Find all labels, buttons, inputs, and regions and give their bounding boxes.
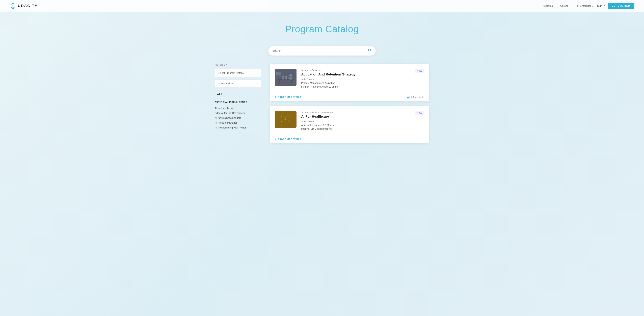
- search-button[interactable]: [368, 48, 372, 53]
- nav-links: Programs Career For Enterprise: [542, 4, 593, 7]
- ai-category-title: ARTIFICIAL INTELLIGENCE: [215, 101, 262, 103]
- svg-rect-4: [280, 80, 280, 83]
- search-input[interactable]: [272, 49, 368, 52]
- card-top-activation: School of Business Activation And Retent…: [275, 69, 424, 93]
- nav-enterprise[interactable]: For Enterprise: [576, 4, 593, 7]
- page-title: Program Catalog: [3, 24, 641, 34]
- signin-link[interactable]: Sign In: [597, 4, 605, 7]
- search-container: [0, 46, 644, 56]
- industry-skills-label: Industry Skills: [218, 82, 234, 85]
- svg-point-6: [290, 74, 292, 76]
- active-indicator: [215, 92, 215, 97]
- sidebar-item-ai-product-manager[interactable]: AI Product Manager: [215, 120, 262, 125]
- business-scene-svg: [275, 69, 296, 86]
- logo-text: UDACITY: [18, 4, 38, 8]
- program-details-button-ai-healthcare[interactable]: + PROGRAM DETAILS: [275, 138, 301, 141]
- new-badge-activation: NEW: [415, 69, 424, 73]
- skills-label-ai-healthcare: Skills Covered: [301, 120, 410, 122]
- svg-rect-5: [291, 80, 292, 83]
- card-skills-activation: Product Management, ActivationFunnels, R…: [301, 81, 410, 89]
- svg-rect-13: [285, 78, 287, 80]
- filter-label: FILTER BY: [215, 64, 262, 66]
- card-top-ai-healthcare: School of Artificial Intelligence AI For…: [275, 111, 424, 135]
- level-icon: [407, 96, 410, 98]
- svg-rect-7: [290, 77, 292, 80]
- card-info-activation: School of Business Activation And Retent…: [301, 69, 410, 89]
- level-text-activation: Intermediate: [411, 96, 424, 98]
- level-indicator-activation: Intermediate: [407, 96, 424, 98]
- card-footer-ai-healthcare: + PROGRAM DETAILS: [275, 135, 424, 144]
- skills-label-activation: Skills Covered: [301, 78, 410, 80]
- card-school-ai-healthcare: School of Artificial Intelligence: [301, 111, 410, 114]
- chevron-down-icon: ▾: [258, 82, 258, 85]
- main-layout: FILTER BY Select Program Details ▾ Indus…: [204, 64, 440, 158]
- svg-rect-11: [282, 78, 284, 80]
- svg-rect-15: [407, 97, 408, 98]
- content-area: School of Business Activation And Retent…: [270, 64, 429, 148]
- card-image-ai-healthcare: [275, 111, 296, 128]
- search-box: [268, 46, 376, 56]
- svg-point-12: [285, 76, 287, 78]
- get-started-button[interactable]: GET STARTED: [608, 3, 634, 9]
- select-program-label: Select Program Details: [218, 72, 244, 74]
- ai-healthcare-scene-svg: [275, 111, 296, 128]
- navbar: UDACITY Programs Career For Enterprise S…: [0, 0, 644, 12]
- nav-programs[interactable]: Programs: [542, 4, 554, 7]
- udacity-logo-icon: [10, 3, 16, 9]
- nav-divider: [595, 4, 595, 8]
- svg-point-10: [282, 76, 284, 78]
- plus-icon: +: [275, 138, 276, 141]
- sidebar: FILTER BY Select Program Details ▾ Indus…: [215, 64, 262, 148]
- card-info-ai-healthcare: School of Artificial Intelligence AI For…: [301, 111, 410, 131]
- svg-rect-17: [409, 96, 410, 98]
- search-icon: [368, 48, 372, 52]
- svg-line-1: [370, 51, 372, 52]
- ai-category: ARTIFICIAL INTELLIGENCE AI for Healthcar…: [215, 101, 262, 130]
- chevron-down-icon: ▾: [258, 72, 258, 74]
- svg-rect-14: [276, 72, 281, 75]
- card-image-activation: [275, 69, 296, 86]
- sidebar-item-ai-healthcare[interactable]: AI for Healthcare: [215, 106, 262, 110]
- card-skills-ai-healthcare: Artificial Intelligence, 2D MedicalImagi…: [301, 123, 410, 131]
- sidebar-item-edge-ai-iot[interactable]: Edge AI for IoT Developers: [215, 110, 262, 116]
- select-program-dropdown[interactable]: Select Program Details ▾: [215, 69, 262, 77]
- svg-rect-16: [408, 96, 409, 98]
- nav-career[interactable]: Career: [560, 4, 570, 7]
- all-filter[interactable]: ALL: [215, 92, 262, 97]
- card-title-activation: Activation And Retention Strategy: [301, 72, 410, 76]
- program-card-ai-healthcare: School of Artificial Intelligence AI For…: [270, 106, 429, 144]
- card-footer-activation: + PROGRAM DETAILS Intermediate: [275, 93, 424, 101]
- sidebar-item-ai-business[interactable]: AI for Business Leaders: [215, 116, 262, 120]
- sidebar-item-ai-python[interactable]: AI Programming with Python: [215, 125, 262, 130]
- new-badge-ai-healthcare: NEW: [415, 111, 424, 116]
- program-card-activation: School of Business Activation And Retent…: [270, 64, 429, 101]
- hero-section: Program Catalog: [0, 12, 644, 43]
- program-details-button-activation[interactable]: + PROGRAM DETAILS: [275, 96, 301, 98]
- logo[interactable]: UDACITY: [10, 3, 38, 9]
- plus-icon: +: [275, 96, 276, 98]
- all-label: ALL: [217, 93, 223, 96]
- card-title-ai-healthcare: AI For Healthcare: [301, 114, 410, 118]
- card-school-activation: School of Business: [301, 69, 410, 72]
- industry-skills-dropdown[interactable]: Industry Skills ▾: [215, 80, 262, 88]
